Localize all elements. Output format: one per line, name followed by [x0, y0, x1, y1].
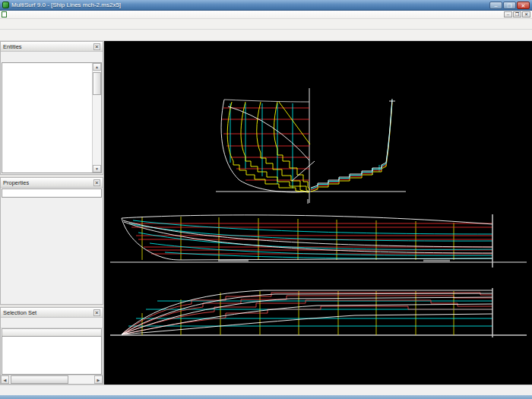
- selection-set-panel: Selection Set ✕ ◀ ▶: [0, 307, 103, 385]
- window-title: MultiSurf 9.0 - [Ship Lines mch-2.ms2x5]: [11, 0, 489, 10]
- drawing-canvas[interactable]: [104, 41, 532, 385]
- menu-bar: – ❐ ✕: [0, 11, 532, 19]
- scroll-left-icon[interactable]: ◀: [1, 375, 9, 384]
- selection-table-body[interactable]: [2, 337, 102, 375]
- mdi-close-button[interactable]: ✕: [522, 11, 530, 17]
- entities-panel-caption[interactable]: Entities ✕: [1, 42, 103, 52]
- plan-hull-lines: [122, 290, 492, 334]
- mdi-restore-button[interactable]: ❐: [513, 11, 521, 17]
- scroll-right-icon[interactable]: ▶: [94, 375, 103, 384]
- entities-tree: [2, 63, 92, 173]
- entities-close-icon[interactable]: ✕: [93, 43, 100, 50]
- selection-horizontal-scrollbar[interactable]: ◀ ▶: [1, 375, 103, 384]
- selection-panel-title: Selection Set: [3, 309, 93, 316]
- app-window: MultiSurf 9.0 - [Ship Lines mch-2.ms2x5]…: [0, 0, 532, 399]
- toolbar-main: [0, 19, 532, 30]
- app-icon: [2, 2, 9, 8]
- body-waterlines: [222, 108, 309, 180]
- window-controls: – ❐ ✕: [489, 2, 530, 9]
- left-dock: Entities ✕ ▲ ▼ Properties: [0, 41, 104, 385]
- body-aft-sections: [311, 99, 395, 192]
- selection-close-icon[interactable]: ✕: [93, 309, 100, 316]
- tree-vertical-scrollbar[interactable]: ▲ ▼: [92, 63, 101, 173]
- selection-table-header: [2, 328, 102, 337]
- properties-field[interactable]: [2, 188, 102, 198]
- close-button[interactable]: ✕: [517, 2, 530, 9]
- plan-view: [110, 288, 527, 337]
- document-icon: [2, 11, 7, 17]
- scroll-up-icon[interactable]: ▲: [93, 63, 101, 71]
- profile-view: [110, 199, 527, 268]
- properties-body: [1, 198, 103, 304]
- toolbar-secondary: [0, 30, 532, 41]
- scroll-thumb[interactable]: [93, 72, 101, 95]
- restore-button[interactable]: ❐: [503, 2, 516, 9]
- entities-panel-title: Entities: [3, 43, 93, 50]
- ship-lines-drawing: [104, 41, 532, 388]
- body-stations: [227, 102, 310, 192]
- title-bar: MultiSurf 9.0 - [Ship Lines mch-2.ms2x5]…: [0, 0, 532, 11]
- mdi-minimize-button[interactable]: –: [504, 11, 512, 17]
- properties-panel: Properties ✕: [0, 177, 103, 305]
- scroll-down-icon[interactable]: ▼: [93, 165, 101, 173]
- properties-close-icon[interactable]: ✕: [93, 179, 100, 186]
- minimize-button[interactable]: –: [489, 2, 502, 9]
- entities-panel: Entities ✕ ▲ ▼: [0, 41, 103, 175]
- entities-tabs: [1, 52, 103, 62]
- scroll-thumb[interactable]: [11, 375, 68, 384]
- body-plan-view: [216, 88, 406, 203]
- selection-panel-caption[interactable]: Selection Set ✕: [1, 308, 103, 318]
- mdi-window-controls: – ❐ ✕: [504, 11, 530, 17]
- properties-panel-caption[interactable]: Properties ✕: [1, 178, 103, 188]
- selection-toolbar: [1, 318, 103, 328]
- window-border: [0, 395, 532, 399]
- properties-panel-title: Properties: [3, 179, 93, 186]
